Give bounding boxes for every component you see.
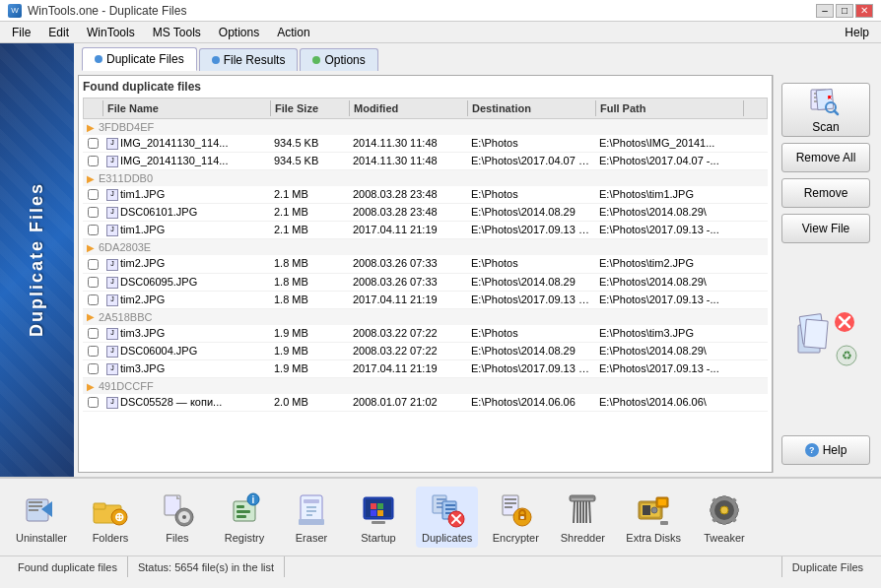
shredder-icon — [563, 490, 602, 530]
row-filename: JDSC06101.JPG — [102, 205, 270, 220]
file-checkbox[interactable] — [88, 397, 99, 408]
menu-action[interactable]: Action — [269, 23, 317, 42]
file-checkbox[interactable] — [88, 328, 99, 339]
file-checkbox[interactable] — [88, 259, 99, 270]
row-checkbox[interactable] — [83, 275, 102, 290]
maximize-button[interactable]: □ — [836, 4, 853, 18]
toolbar-folders[interactable]: ⊕ Folders — [81, 487, 140, 548]
tab-label-results: File Results — [224, 53, 286, 67]
svg-line-71 — [574, 501, 575, 523]
file-checkbox[interactable] — [88, 363, 99, 374]
toolbar-files[interactable]: Files — [148, 487, 207, 548]
row-filesize: 1.9 MB — [270, 326, 349, 341]
row-checkbox[interactable] — [83, 136, 102, 151]
row-modified: 2008.03.28 23:48 — [349, 187, 467, 202]
remove-all-button[interactable]: Remove All — [781, 143, 870, 172]
tab-options[interactable]: Options — [300, 48, 377, 71]
row-checkbox[interactable] — [83, 344, 102, 359]
row-checkbox[interactable] — [83, 154, 102, 168]
file-type-icon: J — [106, 207, 118, 219]
file-checkbox[interactable] — [88, 207, 99, 218]
svg-rect-47 — [377, 503, 383, 509]
file-checkbox[interactable] — [88, 225, 99, 235]
uninstaller-label: Uninstaller — [16, 532, 67, 544]
table-row[interactable]: JDSC06004.JPG 1.9 MB 2008.03.22 07:22 E:… — [83, 343, 768, 360]
toolbar-uninstaller[interactable]: Uninstaller — [10, 487, 73, 548]
menu-file[interactable]: File — [4, 23, 38, 42]
remove-button[interactable]: Remove — [781, 178, 870, 208]
table-row[interactable]: JDSC05528 — копи... 2.0 MB 2008.01.07 21… — [83, 394, 768, 412]
file-type-icon: J — [106, 328, 118, 340]
menu-edit[interactable]: Edit — [40, 23, 77, 42]
remove-all-label: Remove All — [796, 151, 856, 164]
eraser-icon — [292, 490, 331, 530]
close-button[interactable]: ✕ — [855, 4, 873, 18]
toolbar-shredder[interactable]: Shredder — [553, 487, 612, 548]
svg-rect-48 — [371, 510, 376, 516]
minimize-button[interactable]: – — [816, 4, 834, 18]
file-checkbox[interactable] — [88, 277, 99, 288]
menu-help[interactable]: Help — [837, 23, 877, 42]
row-filesize: 2.1 MB — [270, 223, 349, 237]
th-check — [84, 100, 103, 116]
table-row[interactable]: Jtim2.JPG 1.8 MB 2017.04.11 21:19 E:\Pho… — [83, 292, 768, 309]
group-id: 6DA2803E — [99, 241, 151, 253]
toolbar-eraser[interactable]: Eraser — [282, 487, 341, 548]
status-section-1: Found duplicate files — [8, 556, 128, 577]
toolbar-extra-disks[interactable]: Extra Disks — [620, 487, 687, 548]
status-text-3: Duplicate Files — [792, 561, 863, 573]
tab-duplicate-files[interactable]: Duplicate Files — [82, 47, 197, 71]
toolbar-duplicates[interactable]: Duplicates — [416, 487, 478, 548]
table-row[interactable]: JDSC06101.JPG 2.1 MB 2008.03.28 23:48 E:… — [83, 204, 768, 222]
row-destination: E:\Photos\2017.04.07 - Phone — [467, 154, 595, 168]
uninstaller-icon — [22, 490, 61, 530]
row-fullpath: E:\Photos\IMG_20141... — [595, 136, 743, 151]
menu-mstools[interactable]: MS Tools — [145, 23, 209, 42]
menu-wintools[interactable]: WinTools — [79, 23, 143, 42]
row-checkbox[interactable] — [83, 187, 102, 202]
file-checkbox[interactable] — [88, 294, 99, 305]
bottom-toolbar: Uninstaller ⊕ Folders Files — [0, 477, 881, 555]
toolbar-registry[interactable]: i Registry — [215, 487, 274, 548]
toolbar-tweaker[interactable]: Tweaker — [695, 487, 754, 548]
scan-button[interactable]: Scan — [781, 83, 870, 137]
table-row[interactable]: Jtim3.JPG 1.9 MB 2008.03.22 07:22 E:\Pho… — [83, 325, 768, 343]
row-checkbox[interactable] — [83, 293, 102, 307]
tab-bar: Duplicate Files File Results Options — [74, 43, 881, 71]
table-row[interactable]: Jtim2.JPG 1.8 MB 2008.03.26 07:33 E:\Pho… — [83, 255, 768, 273]
table-row[interactable]: JIMG_20141130_114... 934.5 KB 2014.11.30… — [83, 135, 768, 153]
group-icon: ▶ — [87, 122, 95, 133]
table-row[interactable]: JDSC06095.JPG 1.8 MB 2008.03.26 07:33 E:… — [83, 274, 768, 292]
row-checkbox[interactable] — [83, 361, 102, 376]
table-row[interactable]: Jtim1.JPG 2.1 MB 2008.03.28 23:48 E:\Pho… — [83, 186, 768, 204]
menu-options[interactable]: Options — [211, 23, 267, 42]
row-checkbox[interactable] — [83, 395, 102, 410]
encrypter-icon — [496, 490, 535, 530]
row-checkbox[interactable] — [83, 223, 102, 237]
file-checkbox[interactable] — [88, 189, 99, 200]
row-checkbox[interactable] — [83, 326, 102, 341]
view-file-button[interactable]: View File — [781, 214, 870, 243]
left-banner: Duplicate Files — [0, 43, 74, 477]
help-button[interactable]: ? Help — [781, 435, 870, 465]
file-table[interactable]: File Name File Size Modified Destination… — [83, 98, 768, 468]
svg-rect-35 — [237, 515, 246, 518]
svg-rect-34 — [237, 510, 250, 513]
table-row[interactable]: JIMG_20141130_114... 934.5 KB 2014.11.30… — [83, 153, 768, 170]
row-checkbox[interactable] — [83, 205, 102, 220]
row-filesize: 1.9 MB — [270, 361, 349, 376]
file-checkbox[interactable] — [88, 138, 99, 149]
table-row[interactable]: Jtim3.JPG 1.9 MB 2017.04.11 21:19 E:\Pho… — [83, 360, 768, 378]
table-body: ▶ 3FDBD4EF JIMG_20141130_114... 934.5 KB… — [83, 119, 768, 412]
table-row[interactable]: Jtim1.JPG 2.1 MB 2017.04.11 21:19 E:\Pho… — [83, 222, 768, 239]
toolbar-encrypter[interactable]: Encrypter — [486, 487, 545, 548]
file-checkbox[interactable] — [88, 346, 99, 357]
file-checkbox[interactable] — [88, 156, 99, 166]
row-destination: E:\Photos — [467, 187, 595, 202]
svg-line-76 — [589, 501, 590, 523]
tab-file-results[interactable]: File Results — [199, 48, 299, 71]
row-filesize: 2.0 MB — [270, 395, 349, 410]
svg-rect-49 — [377, 510, 383, 516]
toolbar-startup[interactable]: Startup — [349, 487, 408, 548]
row-checkbox[interactable] — [83, 256, 102, 271]
